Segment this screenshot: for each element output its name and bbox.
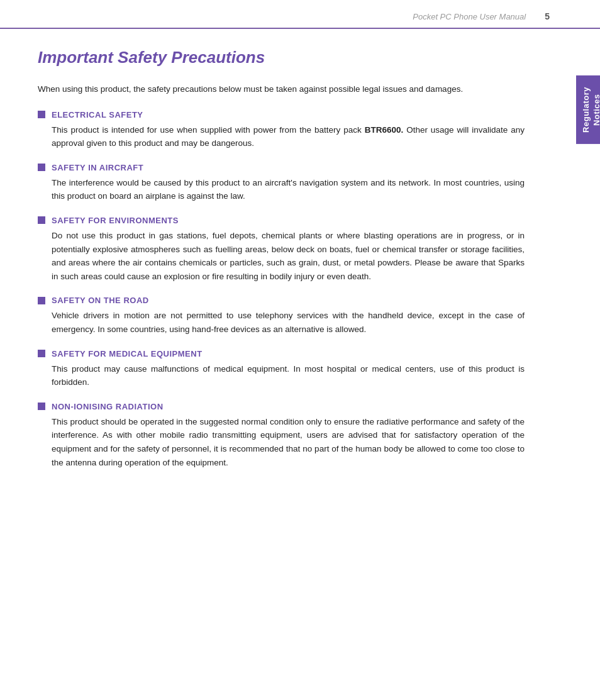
- section-body-safety-for-medical-equipment: This product may cause malfunctions of m…: [52, 362, 525, 389]
- header-title: Pocket PC Phone User Manual: [413, 12, 526, 21]
- intro-text: When using this product, the safety prec…: [38, 82, 525, 96]
- section-body-non-ionising-radiation: This product should be operated in the s…: [52, 415, 525, 469]
- section-title-safety-in-aircraft: SAFETY IN AIRCRAFT: [52, 163, 143, 172]
- header-page-number: 5: [545, 11, 550, 21]
- section-title-non-ionising-radiation: NON-IONISING RADIATION: [52, 402, 164, 411]
- section-safety-for-environments: SAFETY FOR ENVIRONMENTS Do not use this …: [38, 216, 525, 283]
- section-header-safety-on-the-road: SAFETY ON THE ROAD: [38, 296, 525, 305]
- section-electrical-safety: ELECTRICAL SAFETY This product is intend…: [38, 110, 525, 150]
- section-body-electrical-safety: This product is intended for use when su…: [52, 123, 525, 150]
- section-title-electrical-safety: ELECTRICAL SAFETY: [52, 110, 143, 119]
- main-content: Important Safety Precautions When using …: [0, 29, 575, 507]
- section-title-safety-for-medical-equipment: SAFETY FOR MEDICAL EQUIPMENT: [52, 349, 203, 358]
- section-header-safety-in-aircraft: SAFETY IN AIRCRAFT: [38, 163, 525, 172]
- section-title-safety-on-the-road: SAFETY ON THE ROAD: [52, 296, 149, 305]
- bullet-icon-electrical-safety: [38, 111, 45, 118]
- section-non-ionising-radiation: NON-IONISING RADIATION This product shou…: [38, 402, 525, 469]
- section-body-safety-on-the-road: Vehicle drivers in motion are not permit…: [52, 309, 525, 336]
- section-safety-for-medical-equipment: SAFETY FOR MEDICAL EQUIPMENT This produc…: [38, 349, 525, 389]
- body-text-electrical-safety-before: This product is intended for use when su…: [52, 125, 365, 135]
- side-tab: RegulatoryNotices: [576, 75, 600, 144]
- body-text-electrical-safety-bold: BTR6600.: [365, 125, 404, 135]
- page-header: Pocket PC Phone User Manual 5: [0, 0, 600, 29]
- bullet-icon-safety-on-the-road: [38, 297, 45, 304]
- section-header-non-ionising-radiation: NON-IONISING RADIATION: [38, 402, 525, 411]
- bullet-icon-safety-in-aircraft: [38, 164, 45, 171]
- section-body-safety-for-environments: Do not use this product in gas stations,…: [52, 229, 525, 283]
- section-safety-in-aircraft: SAFETY IN AIRCRAFT The interference woul…: [38, 163, 525, 203]
- page-title: Important Safety Precautions: [38, 48, 525, 67]
- side-tab-text: RegulatoryNotices: [581, 87, 600, 133]
- section-header-safety-for-medical-equipment: SAFETY FOR MEDICAL EQUIPMENT: [38, 349, 525, 358]
- section-header-safety-for-environments: SAFETY FOR ENVIRONMENTS: [38, 216, 525, 225]
- section-title-safety-for-environments: SAFETY FOR ENVIRONMENTS: [52, 216, 179, 225]
- section-body-safety-in-aircraft: The interference would be caused by this…: [52, 176, 525, 203]
- bullet-icon-non-ionising-radiation: [38, 403, 45, 410]
- page-container: Pocket PC Phone User Manual 5 Regulatory…: [0, 0, 600, 700]
- bullet-icon-safety-for-environments: [38, 216, 45, 224]
- bullet-icon-safety-for-medical-equipment: [38, 350, 45, 357]
- section-header-electrical-safety: ELECTRICAL SAFETY: [38, 110, 525, 119]
- section-safety-on-the-road: SAFETY ON THE ROAD Vehicle drivers in mo…: [38, 296, 525, 336]
